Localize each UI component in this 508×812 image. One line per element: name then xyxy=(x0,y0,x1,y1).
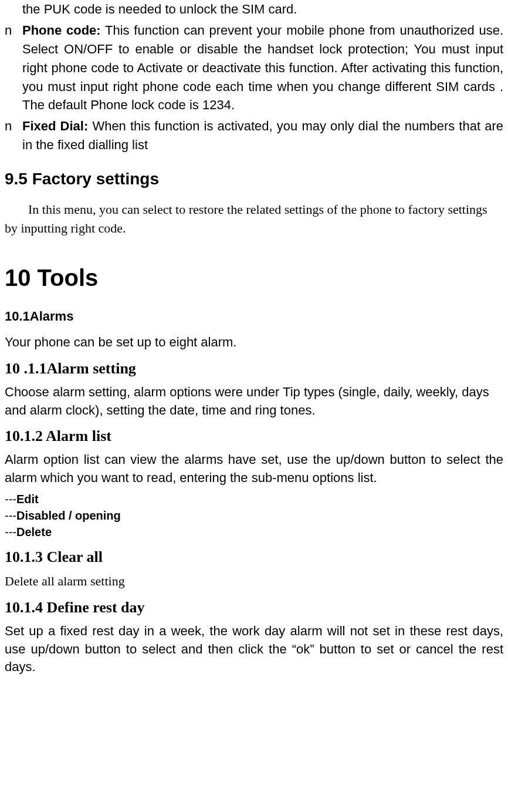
bullet-marker: n xyxy=(5,21,22,40)
alarm-setting-body: Choose alarm setting, alarm options were… xyxy=(5,383,503,420)
alarm-option-disabled-opening: Disabled / opening xyxy=(16,509,121,522)
heading-factory-settings: 9.5 Factory settings xyxy=(5,170,503,188)
alarm-option-edit: Edit xyxy=(16,493,39,506)
alarm-list-body: Alarm option list can view the alarms ha… xyxy=(5,451,503,487)
bullet-body: Phone code: This function can prevent yo… xyxy=(22,21,503,114)
clear-all-body: Delete all alarm setting xyxy=(5,572,503,591)
bullet-marker: n xyxy=(5,117,22,136)
dash-prefix: --- xyxy=(5,509,16,522)
bullet-label: Phone code: xyxy=(22,23,101,38)
heading-define-rest-day: 10.1.4 Define rest day xyxy=(5,599,503,616)
heading-tools: 10 Tools xyxy=(5,265,503,291)
bullet-text: When this function is activated, you may… xyxy=(22,119,503,152)
heading-alarms: 10.1Alarms xyxy=(5,309,503,324)
continued-text: the PUK code is needed to unlock the SIM… xyxy=(22,0,503,19)
factory-settings-body: In this menu, you can select to restore … xyxy=(5,200,503,238)
dash-prefix: --- xyxy=(5,525,16,538)
list-item: ---Edit xyxy=(5,491,503,507)
list-item: ---Disabled / opening xyxy=(5,507,503,524)
alarm-option-delete: Delete xyxy=(16,525,52,538)
heading-alarm-setting: 10 .1.1Alarm setting xyxy=(5,360,503,378)
heading-clear-all: 10.1.3 Clear all xyxy=(5,548,503,566)
list-item: ---Delete xyxy=(5,524,503,540)
heading-alarm-list: 10.1.2 Alarm list xyxy=(5,427,503,445)
define-rest-day-body: Set up a fixed rest day in a week, the w… xyxy=(5,622,503,676)
bullet-label: Fixed Dial: xyxy=(22,119,88,133)
list-item: n Phone code: This function can prevent … xyxy=(5,21,503,114)
list-item: n Fixed Dial: When this function is acti… xyxy=(5,117,503,154)
alarms-intro: Your phone can be set up to eight alarm. xyxy=(5,333,503,352)
dash-prefix: --- xyxy=(5,493,16,506)
bullet-body: Fixed Dial: When this function is activa… xyxy=(22,117,503,154)
